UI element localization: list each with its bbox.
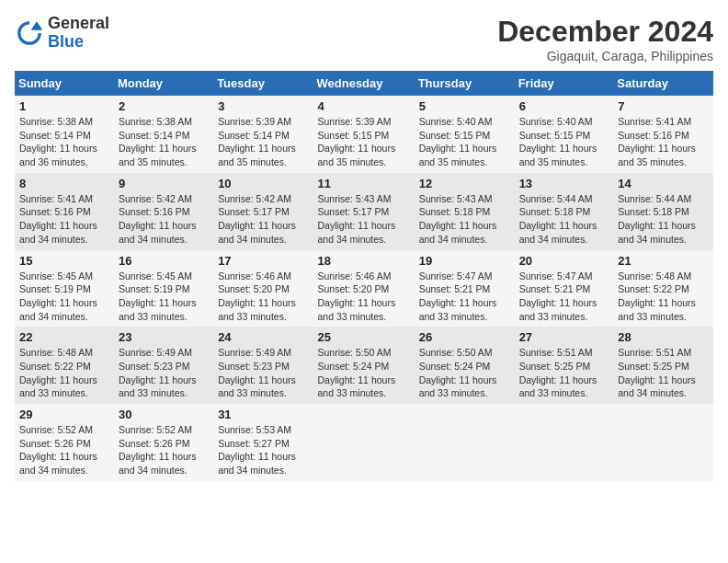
day-info: Sunrise: 5:49 AMSunset: 5:23 PMDaylight:…: [119, 346, 209, 400]
day-info: Sunrise: 5:48 AMSunset: 5:22 PMDaylight:…: [19, 346, 109, 400]
day-number: 30: [119, 408, 209, 421]
calendar-cell: 11 Sunrise: 5:43 AMSunset: 5:17 PMDaylig…: [313, 173, 415, 250]
day-info: Sunrise: 5:51 AMSunset: 5:25 PMDaylight:…: [519, 346, 609, 400]
calendar-row: 22 Sunrise: 5:48 AMSunset: 5:22 PMDaylig…: [15, 327, 713, 404]
day-number: 14: [618, 177, 709, 190]
day-number: 19: [419, 254, 510, 268]
day-number: 22: [19, 330, 109, 344]
day-number: 7: [618, 99, 709, 113]
calendar-cell: 26 Sunrise: 5:50 AMSunset: 5:24 PMDaylig…: [415, 327, 515, 404]
logo-text: General Blue: [48, 15, 109, 52]
day-info: Sunrise: 5:46 AMSunset: 5:20 PMDaylight:…: [318, 270, 410, 324]
day-number: 12: [419, 177, 510, 190]
day-info: Sunrise: 5:43 AMSunset: 5:17 PMDaylight:…: [318, 192, 410, 247]
day-info: Sunrise: 5:40 AMSunset: 5:15 PMDaylight:…: [519, 115, 609, 169]
day-number: 29: [19, 408, 109, 421]
day-info: Sunrise: 5:43 AMSunset: 5:18 PMDaylight:…: [419, 192, 510, 247]
header-row: SundayMondayTuesdayWednesdayThursdayFrid…: [15, 71, 713, 96]
calendar-cell: 30 Sunrise: 5:52 AMSunset: 5:26 PMDaylig…: [114, 404, 213, 481]
calendar-cell: 18 Sunrise: 5:46 AMSunset: 5:20 PMDaylig…: [313, 250, 415, 327]
col-header-sunday: Sunday: [15, 71, 114, 96]
day-number: 28: [618, 330, 709, 344]
day-number: 4: [318, 99, 410, 113]
calendar-cell: 13 Sunrise: 5:44 AMSunset: 5:18 PMDaylig…: [515, 173, 614, 250]
day-info: Sunrise: 5:47 AMSunset: 5:21 PMDaylight:…: [519, 270, 609, 324]
col-header-friday: Friday: [515, 71, 614, 96]
calendar-cell: [515, 404, 614, 481]
calendar-row: 15 Sunrise: 5:45 AMSunset: 5:19 PMDaylig…: [15, 250, 713, 327]
svg-marker-0: [31, 21, 43, 30]
day-info: Sunrise: 5:39 AMSunset: 5:14 PMDaylight:…: [218, 115, 308, 169]
calendar-cell: 14 Sunrise: 5:44 AMSunset: 5:18 PMDaylig…: [613, 173, 713, 250]
day-info: Sunrise: 5:42 AMSunset: 5:17 PMDaylight:…: [218, 192, 308, 247]
calendar-cell: 24 Sunrise: 5:49 AMSunset: 5:23 PMDaylig…: [213, 327, 313, 404]
day-info: Sunrise: 5:48 AMSunset: 5:22 PMDaylight:…: [618, 270, 709, 324]
day-number: 9: [119, 177, 209, 190]
calendar-cell: 8 Sunrise: 5:41 AMSunset: 5:16 PMDayligh…: [15, 173, 114, 250]
day-info: Sunrise: 5:42 AMSunset: 5:16 PMDaylight:…: [119, 192, 209, 247]
day-number: 13: [519, 177, 609, 190]
month-title: December 2024: [497, 15, 713, 49]
calendar-cell: 15 Sunrise: 5:45 AMSunset: 5:19 PMDaylig…: [15, 250, 114, 327]
calendar-row: 1 Sunrise: 5:38 AMSunset: 5:14 PMDayligh…: [15, 96, 713, 173]
day-number: 6: [519, 99, 609, 113]
day-info: Sunrise: 5:41 AMSunset: 5:16 PMDaylight:…: [618, 115, 709, 169]
calendar-cell: 25 Sunrise: 5:50 AMSunset: 5:24 PMDaylig…: [313, 327, 415, 404]
day-number: 3: [218, 99, 308, 113]
day-info: Sunrise: 5:46 AMSunset: 5:20 PMDaylight:…: [218, 270, 308, 324]
calendar-row: 29 Sunrise: 5:52 AMSunset: 5:26 PMDaylig…: [15, 404, 713, 481]
day-number: 26: [419, 330, 510, 344]
calendar-cell: 3 Sunrise: 5:39 AMSunset: 5:14 PMDayligh…: [213, 96, 313, 173]
calendar-row: 8 Sunrise: 5:41 AMSunset: 5:16 PMDayligh…: [15, 173, 713, 250]
calendar-cell: 23 Sunrise: 5:49 AMSunset: 5:23 PMDaylig…: [114, 327, 213, 404]
calendar-cell: 7 Sunrise: 5:41 AMSunset: 5:16 PMDayligh…: [613, 96, 713, 173]
title-block: December 2024 Gigaquit, Caraga, Philippi…: [497, 15, 713, 63]
calendar-cell: [613, 404, 713, 481]
day-info: Sunrise: 5:50 AMSunset: 5:24 PMDaylight:…: [419, 346, 510, 400]
day-number: 16: [119, 254, 209, 268]
calendar-cell: 27 Sunrise: 5:51 AMSunset: 5:25 PMDaylig…: [515, 327, 614, 404]
page-header: General Blue December 2024 Gigaquit, Car…: [15, 15, 713, 63]
calendar-cell: 1 Sunrise: 5:38 AMSunset: 5:14 PMDayligh…: [15, 96, 114, 173]
calendar-cell: 9 Sunrise: 5:42 AMSunset: 5:16 PMDayligh…: [114, 173, 213, 250]
day-info: Sunrise: 5:50 AMSunset: 5:24 PMDaylight:…: [318, 346, 410, 400]
calendar-cell: 5 Sunrise: 5:40 AMSunset: 5:15 PMDayligh…: [415, 96, 515, 173]
day-info: Sunrise: 5:38 AMSunset: 5:14 PMDaylight:…: [19, 115, 109, 169]
day-number: 15: [19, 254, 109, 268]
day-info: Sunrise: 5:51 AMSunset: 5:25 PMDaylight:…: [618, 346, 709, 400]
day-info: Sunrise: 5:47 AMSunset: 5:21 PMDaylight:…: [419, 270, 510, 324]
calendar-cell: 19 Sunrise: 5:47 AMSunset: 5:21 PMDaylig…: [415, 250, 515, 327]
day-number: 8: [19, 177, 109, 190]
day-number: 2: [119, 99, 209, 113]
day-info: Sunrise: 5:44 AMSunset: 5:18 PMDaylight:…: [618, 192, 709, 247]
col-header-thursday: Thursday: [415, 71, 515, 96]
calendar-cell: 2 Sunrise: 5:38 AMSunset: 5:14 PMDayligh…: [114, 96, 213, 173]
location-subtitle: Gigaquit, Caraga, Philippines: [497, 49, 713, 63]
calendar-cell: 28 Sunrise: 5:51 AMSunset: 5:25 PMDaylig…: [613, 327, 713, 404]
calendar-cell: [415, 404, 515, 481]
calendar-cell: 29 Sunrise: 5:52 AMSunset: 5:26 PMDaylig…: [15, 404, 114, 481]
day-number: 31: [218, 408, 308, 421]
day-number: 23: [119, 330, 209, 344]
day-info: Sunrise: 5:53 AMSunset: 5:27 PMDaylight:…: [218, 423, 308, 477]
day-info: Sunrise: 5:49 AMSunset: 5:23 PMDaylight:…: [218, 346, 308, 400]
day-number: 27: [519, 330, 609, 344]
col-header-monday: Monday: [114, 71, 213, 96]
day-info: Sunrise: 5:44 AMSunset: 5:18 PMDaylight:…: [519, 192, 609, 247]
day-number: 5: [419, 99, 510, 113]
calendar-cell: 12 Sunrise: 5:43 AMSunset: 5:18 PMDaylig…: [415, 173, 515, 250]
logo: General Blue: [15, 15, 109, 52]
calendar-table: SundayMondayTuesdayWednesdayThursdayFrid…: [15, 71, 713, 481]
calendar-cell: [313, 404, 415, 481]
day-number: 18: [318, 254, 410, 268]
logo-icon: [15, 18, 44, 48]
day-number: 24: [218, 330, 308, 344]
calendar-cell: 4 Sunrise: 5:39 AMSunset: 5:15 PMDayligh…: [313, 96, 415, 173]
calendar-cell: 20 Sunrise: 5:47 AMSunset: 5:21 PMDaylig…: [515, 250, 614, 327]
day-number: 17: [218, 254, 308, 268]
col-header-wednesday: Wednesday: [313, 71, 415, 96]
day-info: Sunrise: 5:52 AMSunset: 5:26 PMDaylight:…: [119, 423, 209, 477]
calendar-cell: 31 Sunrise: 5:53 AMSunset: 5:27 PMDaylig…: [213, 404, 313, 481]
calendar-cell: 17 Sunrise: 5:46 AMSunset: 5:20 PMDaylig…: [213, 250, 313, 327]
day-number: 20: [519, 254, 609, 268]
